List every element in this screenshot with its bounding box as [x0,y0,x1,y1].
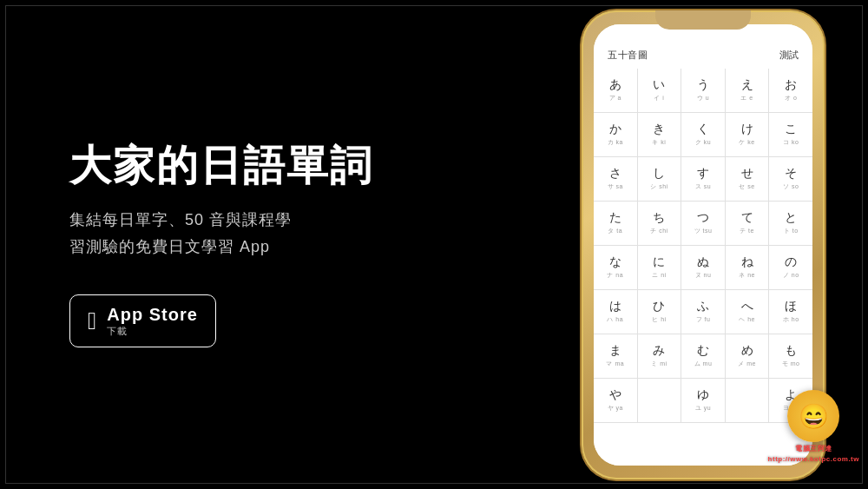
kana-cell[interactable]: たタ ta [594,202,638,245]
kana-sub: エ e [740,94,753,102]
kana-cell[interactable]: くク ku [681,113,726,156]
kana-cell[interactable]: むム mu [681,334,726,378]
kana-cell[interactable]: ひヒ hi [638,290,682,334]
kana-sub: ヤ ya [608,404,623,413]
kana-main: た [609,210,621,226]
screen-action: 測試 [779,49,799,62]
kana-main: い [653,77,665,93]
kana-main: に [653,254,665,270]
kana-cell[interactable]: てテ te [726,202,770,245]
kana-sub: メ me [738,360,756,368]
kana-cell[interactable]: なナ na [594,246,638,289]
kana-sub: ハ ha [607,315,623,324]
kana-main: さ [609,166,621,182]
kana-sub: サ sa [608,182,623,191]
kana-cell[interactable]: とト to [769,202,812,245]
kana-main: か [609,122,621,137]
kana-cell[interactable]: めメ me [726,334,770,378]
kana-cell[interactable] [638,379,682,422]
kana-row: あア aいイ iうウ uえエ eおオ o [594,69,812,113]
kana-cell[interactable]: あア a [594,69,638,112]
kana-cell[interactable]: さサ sa [594,157,638,201]
kana-cell[interactable]: ほホ ho [769,290,812,334]
kana-sub: セ se [739,182,754,191]
kana-cell[interactable]: ねネ ne [726,246,770,289]
kana-sub: キ ki [652,138,666,147]
kana-main: め [741,343,753,359]
kana-cell[interactable] [726,379,770,422]
kana-sub: ケ ke [739,138,754,147]
screen-title: 五十音圖 [608,49,648,62]
kana-sub: カ ka [608,138,623,147]
kana-sub: ホ ho [783,315,799,324]
kana-cell[interactable]: そソ so [769,157,812,201]
app-store-btn-text: App Store 下載 [107,304,198,338]
subtitle: 集結每日單字、50 音與課程學 習測驗的免費日文學習 App [69,207,486,260]
kana-main: つ [697,210,709,226]
kana-main: う [697,77,709,93]
kana-sub: ア a [609,94,621,102]
phone-section: 五十音圖 測試 あア aいイ iうウ uえエ eおオ oかカ kaきキ kiくク… [538,0,868,489]
watermark-icon: 😄 [787,390,839,442]
kana-cell[interactable]: はハ ha [594,290,638,334]
kana-cell[interactable]: きキ ki [638,113,682,156]
phone-notch [655,10,751,30]
watermark-brand: 電腦王阿達 [795,444,832,453]
kana-cell[interactable]: まマ ma [594,334,638,378]
kana-cell[interactable]: せセ se [726,157,770,201]
kana-cell[interactable]: ぬヌ nu [681,246,726,289]
kana-cell[interactable]: いイ i [638,69,682,112]
kana-cell[interactable]: しシ shi [638,157,682,201]
app-store-sub: 下載 [107,325,198,338]
kana-main: ふ [697,299,709,314]
kana-sub: ヒ hi [652,315,666,324]
kana-sub: イ i [654,94,664,102]
kana-row: さサ saしシ shiすス suせセ seそソ so [594,157,812,202]
kana-sub: ミ mi [651,360,667,368]
watermark-site: http://www.kotpc.com.tw [768,455,859,463]
kana-main: あ [609,77,621,93]
kana-main: え [741,77,753,93]
kana-main: ぬ [697,254,709,270]
kana-row: かカ kaきキ kiくク kuけケ keこコ ko [594,113,812,157]
kana-cell[interactable]: もモ mo [769,334,812,378]
kana-cell[interactable]: のノ no [769,246,812,289]
kana-cell[interactable]: えエ e [726,69,770,112]
kana-main: や [609,387,621,403]
kana-cell[interactable]: かカ ka [594,113,638,156]
kana-main: な [609,254,621,270]
kana-main: ま [609,343,621,359]
watermark-emoji: 😄 [799,402,829,431]
kana-main: お [785,77,797,93]
kana-cell[interactable]: つツ tsu [681,202,726,245]
main-title: 大家的日語單詞 [69,142,486,189]
kana-cell[interactable]: みミ mi [638,334,682,378]
kana-cell[interactable]: へヘ he [726,290,770,334]
kana-cell[interactable]: けケ ke [726,113,770,156]
kana-main: ほ [785,299,797,314]
kana-sub: ノ no [783,271,799,280]
kana-sub: チ chi [650,227,667,235]
kana-main: き [653,122,665,137]
kana-cell[interactable]: にニ ni [638,246,682,289]
kana-cell[interactable]: ゆユ yu [681,379,726,422]
kana-cell[interactable]: おオ o [769,69,812,112]
kana-main: の [785,254,797,270]
kana-cell[interactable]: やヤ ya [594,379,638,422]
kana-main: と [785,210,797,226]
kana-cell[interactable]: うウ u [681,69,726,112]
kana-cell[interactable]: すス su [681,157,726,201]
kana-sub: ツ tsu [694,227,713,235]
kana-main: け [741,122,753,137]
kana-sub: マ ma [606,360,624,368]
kana-sub: フ fu [696,315,711,324]
kana-cell[interactable]: ふフ fu [681,290,726,334]
left-section: 大家的日語單詞 集結每日單字、50 音與課程學 習測驗的免費日文學習 App … [0,89,538,400]
kana-cell[interactable]: ちチ chi [638,202,682,245]
kana-sub: ウ u [697,94,709,102]
kana-cell[interactable]: こコ ko [769,113,812,156]
kana-sub: ス su [695,182,711,191]
kana-main: て [741,210,753,226]
app-store-button[interactable]:  App Store 下載 [69,294,216,347]
kana-sub: テ te [740,227,754,235]
